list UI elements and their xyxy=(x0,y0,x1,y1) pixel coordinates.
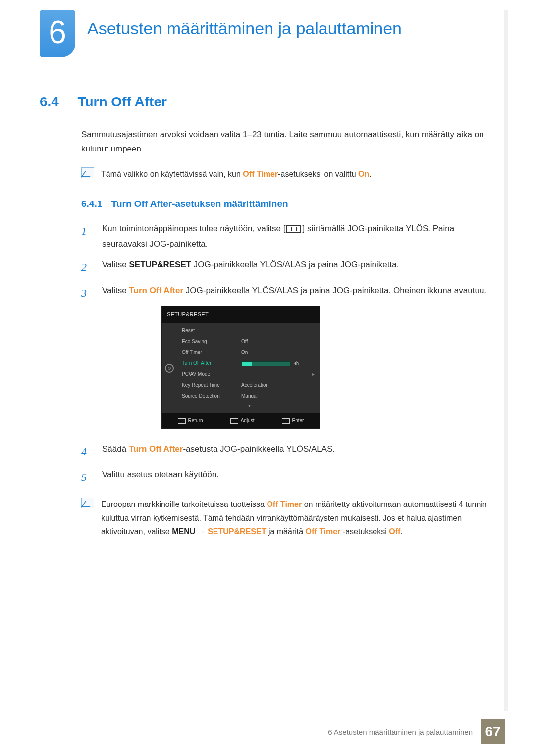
osd-row-sourcedet: Source Detection : Manual xyxy=(179,391,320,402)
osd-list: Reset Eco Saving : Off Off Timer xyxy=(177,323,320,413)
subsection-6-4-1: 6.4.1 Turn Off After-asetuksen määrittäm… xyxy=(81,199,495,209)
osd-row-keyrepeat: Key Repeat Time : Acceleration xyxy=(179,380,320,391)
note-2: Euroopan markkinoille tarkoitetuissa tuo… xyxy=(81,498,495,538)
page-footer: 6 Asetusten määrittäminen ja palauttamin… xyxy=(328,719,505,744)
osd-slider-bar xyxy=(241,361,291,366)
step-2: 2 Valitse SETUP&RESET JOG-painikkeella Y… xyxy=(81,257,495,277)
note1-pre: Tämä valikko on käytettävissä vain, kun xyxy=(101,170,243,178)
osd-footer: Return Adjust Enter xyxy=(162,413,320,428)
step-2-text: Valitse SETUP&RESET JOG-painikkeella YLÖ… xyxy=(102,257,495,277)
step4-accent: Turn Off After xyxy=(129,444,183,454)
section-6-4: 6.4 Turn Off After Sammutusajastimen arv… xyxy=(40,94,495,538)
osd-row-turnoffafter: Turn Off After : 4h xyxy=(179,358,320,369)
step-num-3: 3 xyxy=(81,283,91,436)
step-1: 1 Kun toimintonäppäinopas tulee näyttöön… xyxy=(81,221,495,252)
note1-accent1: Off Timer xyxy=(243,170,278,178)
note1-mid: -asetukseksi on valittu xyxy=(278,170,358,178)
step-3: 3 Valitse Turn Off After JOG-painikkeell… xyxy=(81,283,495,436)
osd-slider-value: 4h xyxy=(294,361,299,366)
section-title: Turn Off After xyxy=(77,94,166,110)
step-5: 5 Valittu asetus otetaan käyttöön. xyxy=(81,467,495,487)
osd-foot-enter: Enter xyxy=(282,416,304,425)
chevron-right-icon: ▸ xyxy=(310,370,317,379)
step-1-text: Kun toimintonäppäinopas tulee näyttöön, … xyxy=(102,221,495,252)
step-5-text: Valittu asetus otetaan käyttöön. xyxy=(102,467,495,487)
chevron-down-icon: ▾ xyxy=(179,402,320,411)
note-icon xyxy=(81,167,94,178)
step-3-text: Valitse Turn Off After JOG-painikkeella … xyxy=(102,283,495,436)
step-4: 4 Säädä Turn Off After-asetusta JOG-pain… xyxy=(81,442,495,461)
step-list: 1 Kun toimintonäppäinopas tulee näyttöön… xyxy=(81,221,495,487)
note-1-text: Tämä valikko on käytettävissä vain, kun … xyxy=(101,167,372,181)
chapter-badge: 6 xyxy=(40,10,75,57)
osd-row-pcav: PC/AV Mode ▸ xyxy=(179,369,320,380)
step-num-1: 1 xyxy=(81,221,91,252)
step3-accent: Turn Off After xyxy=(129,286,184,295)
note-1: Tämä valikko on käytettävissä vain, kun … xyxy=(81,167,495,181)
osd-screenshot: SETUP&RESET Reset xyxy=(161,306,495,429)
osd-row-reset: Reset xyxy=(179,325,320,336)
osd-left-col xyxy=(162,323,177,413)
subsection-number: 6.4.1 xyxy=(81,199,102,209)
page: 6 Asetusten määrittäminen ja palauttamin… xyxy=(0,0,535,756)
gear-icon xyxy=(165,364,174,373)
osd-row-offtimer: Off Timer : On xyxy=(179,347,320,358)
side-strip xyxy=(504,10,508,711)
osd-body: Reset Eco Saving : Off Off Timer xyxy=(162,323,320,413)
note1-accent2: On xyxy=(358,170,369,178)
osd-header: SETUP&RESET xyxy=(162,306,320,323)
note-2-text: Euroopan markkinoille tarkoitetuissa tuo… xyxy=(101,498,495,538)
osd-menu: SETUP&RESET Reset xyxy=(161,306,320,429)
page-number: 67 xyxy=(481,719,505,744)
menu-icon xyxy=(286,225,301,233)
footer-text: 6 Asetusten määrittäminen ja palauttamin… xyxy=(328,728,473,736)
chapter-title: Asetusten määrittäminen ja palauttaminen xyxy=(87,19,402,38)
note-icon xyxy=(81,498,94,508)
section-number: 6.4 xyxy=(40,94,75,110)
osd-foot-adjust: Adjust xyxy=(230,416,255,425)
osd-row-eco: Eco Saving : Off xyxy=(179,336,320,347)
step-num-4: 4 xyxy=(81,442,91,461)
step-num-5: 5 xyxy=(81,467,91,487)
step2-strong: SETUP&RESET xyxy=(129,260,192,269)
subsection-title: Turn Off After-asetuksen määrittäminen xyxy=(111,199,288,209)
section-intro: Sammutusajastimen arvoksi voidaan valita… xyxy=(81,128,495,156)
note1-post: . xyxy=(369,170,371,178)
step-4-text: Säädä Turn Off After-asetusta JOG-painik… xyxy=(102,442,495,461)
osd-foot-return: Return xyxy=(178,416,203,425)
step-num-2: 2 xyxy=(81,257,91,277)
